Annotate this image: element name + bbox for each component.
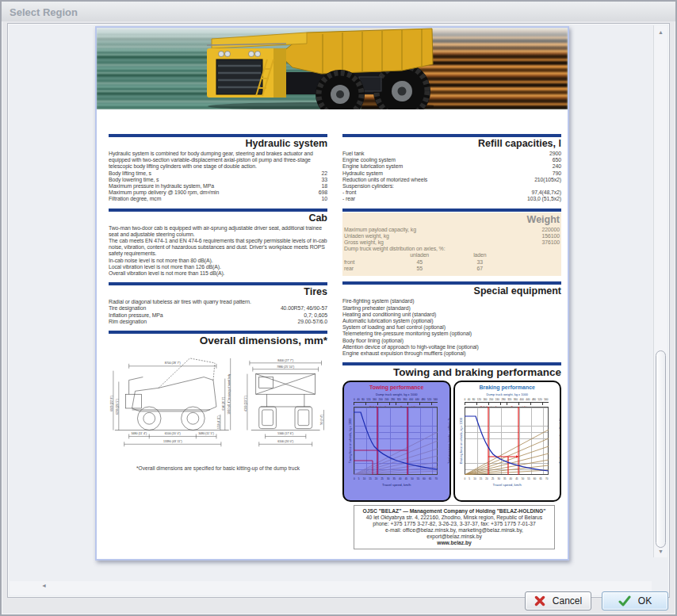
section-text: Two-man two-door cab is equipped with ai…	[109, 225, 327, 277]
spec-row: - rear103,0 (51,5x2)	[342, 196, 561, 202]
section-divider-bar	[109, 282, 327, 285]
svg-text:6920 (22' 8"): 6920 (22' 8")	[110, 396, 113, 411]
section-paragraph: Radial or diagonal tubeless air tires wi…	[109, 299, 327, 305]
chart-title: Braking performance	[455, 385, 560, 390]
bottom-axis-label: Travel speed, km/h	[344, 483, 449, 487]
cancel-button[interactable]: Cancel	[525, 591, 591, 610]
rear-view-drawing: 8400 (27' 7") 7880 (25' 10") 4100 (13' 5…	[243, 354, 327, 459]
top-axis-ruler	[354, 402, 438, 406]
top-axis-ruler	[465, 402, 549, 406]
scroll-left-icon[interactable]: ◄	[41, 583, 47, 588]
section-hydraulic-system: Hydraulic system Hydraulic system is com…	[109, 134, 327, 203]
section-divider-bar	[342, 281, 561, 285]
side-view-drawing: 8700 (28' 7") 6920 (22' 8") 6230 (20' 5"…	[109, 354, 235, 459]
spec-row: Tire designation40.00R57; 46/90-57	[109, 305, 327, 312]
section-title: Weight	[344, 214, 560, 225]
distribution-label: Dump truck weight distribution on axles,…	[344, 246, 560, 252]
section-weight: Weight Maximum payload capacity, kg22000…	[342, 209, 561, 277]
text-line: Overall vibration level is not more than…	[109, 270, 327, 277]
equipment-item: Engine exhaust expulsion through muffler…	[342, 350, 561, 357]
bottom-axis-label: Travel speed, km/h	[455, 483, 560, 487]
section-title: Refill capacities, l	[342, 138, 561, 149]
chart-plot	[354, 407, 438, 475]
svg-text:7880 (25' 10"): 7880 (25' 10")	[277, 365, 294, 369]
equipment-item: System of loading and fuel control (opti…	[342, 324, 561, 331]
company-email-2: export@belaz.minsk.by	[358, 534, 551, 540]
right-axis-label: Total resistance (grade + rolling), %	[448, 407, 451, 475]
svg-text:13390 (43' 11"): 13390 (43' 11")	[163, 440, 182, 443]
scroll-up-icon[interactable]: ▲	[654, 27, 667, 38]
svg-text:1510 (4' 11"): 1510 (4' 11")	[217, 416, 220, 429]
left-axis-label: Towing force on wheels, kg x 1000	[349, 407, 352, 475]
dialog-titlebar[interactable]: Select Region	[2, 2, 675, 21]
dimensions-footnote: *Overall dimensions are specified for ba…	[109, 465, 327, 471]
spec-row: Fuel tank2900	[342, 151, 561, 157]
right-axis-label: Total resistance (grade - rolling), %	[559, 407, 562, 475]
spec-row: Gross weight, kg376100	[344, 239, 560, 246]
svg-text:6100 (20' 0"): 6100 (20' 0")	[165, 433, 181, 436]
company-email: e-mail: office@belaz.minsk.by, marketing…	[358, 527, 551, 534]
company-address: 40 let Oktyabrya str. 4, 222160, Zhodino…	[358, 515, 551, 521]
spec-row: Inflation pressure, MPa0,7; 0,605	[109, 312, 327, 319]
spec-row: Reduction units of motorized wheels210(1…	[342, 177, 561, 183]
dialog-button-bar: Cancel OK	[525, 591, 668, 610]
top-axis-ticks: 0408012016020024028032036040044048052056…	[354, 398, 438, 401]
ok-button[interactable]: OK	[602, 591, 668, 610]
section-title: Special equipment	[342, 285, 561, 297]
top-axis-ticks: 0408012016020024028032036040044048052056…	[465, 398, 549, 401]
svg-text:5340 (17' 6"): 5340 (17' 6")	[277, 433, 293, 436]
dimension-drawings: 8700 (28' 7") 6920 (22' 8") 6230 (20' 5"…	[109, 354, 327, 459]
section-title: Tires	[109, 286, 327, 297]
ok-check-icon	[618, 595, 631, 606]
right-column: Refill capacities, l Fuel tank2900Engine…	[342, 109, 561, 555]
spec-row: Maximum payload capacity, kg220000	[344, 227, 560, 233]
top-axis-label: Dump truck weight, kg x 1000	[455, 392, 560, 396]
section-divider-bar	[342, 362, 561, 365]
equipment-item: Telemetering tire-pressure monitoring sy…	[342, 331, 561, 337]
spec-row: Engine cooling system650	[342, 157, 561, 163]
section-divider-bar	[342, 209, 561, 212]
section-performance: Towing and braking performance Towing pe…	[342, 362, 561, 549]
preview-panel: Hydraulic system Hydraulic system is com…	[7, 23, 670, 598]
svg-text:8700 (28' 7"): 8700 (28' 7")	[165, 362, 181, 365]
equipment-item: Body floor lining (optional)	[342, 338, 561, 344]
section-paragraph: Hydraulic system is combined for body du…	[109, 151, 327, 170]
svg-text:700 (2' 4"): 700 (2' 4")	[320, 415, 323, 425]
svg-text:6100 (20' 0"): 6100 (20' 0")	[277, 440, 293, 443]
equipment-item: Heating and conditioning unit (standard)	[342, 312, 561, 318]
weight-table: front4533 rear5567	[344, 259, 560, 273]
company-website: www.belaz.by	[358, 540, 551, 546]
dump-truck-illustration	[204, 28, 434, 109]
text-line: Local vibration level is not more than 1…	[109, 264, 327, 270]
svg-text:3480 (11' 5"): 3480 (11' 5")	[198, 433, 214, 436]
section-title: Hydraulic system	[109, 138, 327, 149]
scroll-down-icon[interactable]: ▼	[654, 546, 667, 557]
ok-label: OK	[638, 595, 652, 606]
chart-plot	[465, 407, 549, 475]
section-divider-bar	[342, 134, 561, 137]
section-divider-bar	[109, 134, 327, 137]
weight-table-header: unladen laden	[344, 252, 560, 258]
company-contact-box: OJSC "BELAZ" — Management Company of Hol…	[354, 505, 555, 549]
document-page[interactable]: Hydraulic system Hydraulic system is com…	[95, 26, 569, 561]
col-unladen: unladen	[392, 252, 448, 258]
spec-row: Maximum pressure in hydraulic system, MP…	[109, 183, 327, 189]
vertical-scrollbar[interactable]: ▲ ▼	[653, 25, 667, 557]
left-axis-label: Braking force on wheels, kg x 1000	[460, 407, 463, 475]
bottom-axis-ticks: 0510152025303540455055606570	[465, 477, 549, 480]
section-title: Overall dimensions, mm*	[109, 335, 327, 346]
equipment-item: Attention device of approach to high-vol…	[342, 344, 561, 350]
section-divider-bar	[109, 331, 327, 334]
spec-row: Rim designation29.00-57/6.0	[109, 319, 327, 325]
vertical-scrollbar-thumb[interactable]	[656, 350, 666, 548]
equipment-item: Automatic lubrication system (optional)	[342, 318, 561, 324]
chart-title: Towing performance	[344, 385, 449, 390]
weight-table-row: rear5567	[344, 266, 560, 272]
spec-row: Body lifting time, s22	[109, 170, 327, 177]
col-laden: laden	[448, 252, 513, 258]
equipment-list: Fire-fighting system (standard)Starting …	[342, 298, 561, 357]
dialog-title: Select Region	[10, 6, 78, 18]
section-special-equipment: Special equipment Fire-fighting system (…	[342, 281, 561, 357]
text-line: The cab meets EN 474-1 and EN 474-6 requ…	[109, 238, 327, 258]
section-overall-dimensions: Overall dimensions, mm*	[109, 331, 327, 471]
